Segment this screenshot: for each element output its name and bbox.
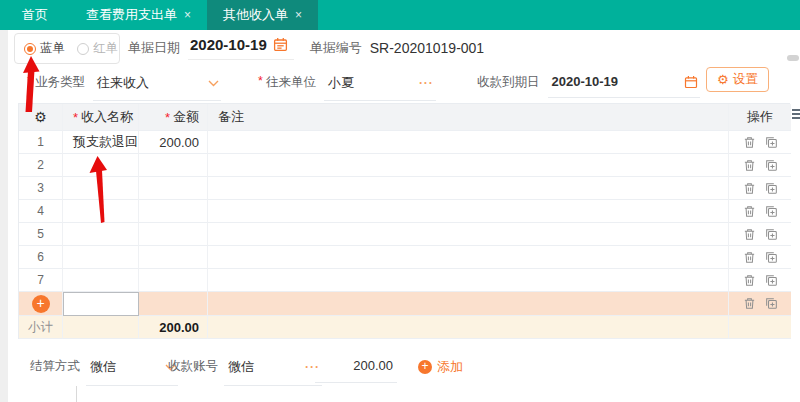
partner-picker[interactable]: 小夏 ···	[324, 74, 436, 101]
biz-type-select[interactable]: 往来收入	[93, 74, 221, 101]
delete-icon[interactable]	[743, 297, 756, 310]
required-mark: *	[165, 110, 170, 125]
scrollbar-thumb[interactable]	[787, 55, 799, 61]
settlement-amount-input[interactable]: 200.00	[315, 358, 397, 383]
radio-unselected-icon	[77, 43, 89, 55]
add-settlement-button[interactable]: + 添加	[418, 358, 463, 376]
subtotal-row: 小计 200.00	[19, 316, 789, 339]
remark-cell[interactable]	[208, 246, 729, 269]
row-number: 1	[19, 131, 63, 154]
divider	[76, 386, 77, 402]
tab-label: 查看费用支出单	[86, 6, 177, 24]
radio-selected-icon	[24, 43, 36, 55]
new-line-remark-cell[interactable]	[208, 292, 729, 316]
settlement-select[interactable]: 微信	[86, 358, 178, 386]
insert-row-icon[interactable]	[765, 182, 778, 195]
amount-cell[interactable]	[139, 200, 208, 223]
header-remark: 备注	[208, 104, 729, 131]
income-name-cell[interactable]	[63, 246, 139, 269]
partner-label: 往来单位	[266, 74, 316, 91]
income-name-cell[interactable]	[63, 223, 139, 246]
calendar-icon[interactable]	[273, 37, 288, 52]
doc-date-value[interactable]: 2020-10-19	[190, 36, 267, 53]
remark-cell[interactable]	[208, 131, 729, 154]
account-label: 收款账号	[168, 358, 218, 375]
subtotal-label: 小计	[19, 316, 63, 339]
add-line-cell: +	[19, 292, 63, 316]
account-picker[interactable]: 微信 ···	[224, 358, 322, 386]
biz-type-value: 往来收入	[97, 74, 149, 92]
tab-label: 首页	[22, 6, 48, 24]
radio-red-doc[interactable]: 红单	[77, 40, 118, 57]
income-name-cell[interactable]	[63, 269, 139, 292]
delete-icon[interactable]	[743, 159, 756, 172]
column-settings-gear-icon[interactable]: ⚙	[19, 104, 63, 131]
row-number: 7	[19, 269, 63, 292]
remark-cell[interactable]	[208, 200, 729, 223]
tab-bar: 首页 查看费用支出单 × 其他收入单 ×	[0, 0, 800, 30]
row-number: 6	[19, 246, 63, 269]
remark-cell[interactable]	[208, 177, 729, 200]
radio-blue-doc[interactable]: 蓝单	[24, 40, 65, 57]
more-ellipsis-icon[interactable]: ···	[419, 76, 434, 90]
table-row: 3	[19, 177, 789, 200]
add-line-row: +	[19, 292, 789, 316]
tab-other-income-doc[interactable]: 其他收入单 ×	[207, 0, 318, 30]
new-line-operations-cell	[729, 292, 791, 316]
due-date-label: 收款到期日	[477, 74, 540, 91]
amount-cell[interactable]: 200.00	[139, 131, 208, 154]
due-date-picker[interactable]: 2020-10-19	[548, 74, 700, 98]
settings-button[interactable]: ⚙ 设置	[706, 67, 769, 92]
row-operations	[729, 246, 791, 269]
insert-row-icon[interactable]	[765, 297, 778, 310]
income-name-cell[interactable]	[63, 154, 139, 177]
subtotal-amount: 200.00	[139, 316, 208, 339]
delete-icon[interactable]	[743, 182, 756, 195]
income-name-cell[interactable]	[63, 177, 139, 200]
insert-row-icon[interactable]	[765, 251, 778, 264]
close-icon[interactable]: ×	[184, 8, 191, 22]
row-operations	[729, 177, 791, 200]
insert-row-icon[interactable]	[765, 205, 778, 218]
tab-home[interactable]: 首页	[0, 0, 70, 30]
gear-icon: ⚙	[717, 73, 729, 86]
row-number: 3	[19, 177, 63, 200]
remark-cell[interactable]	[208, 223, 729, 246]
biz-type-field: * 业务类型 往来收入	[27, 74, 221, 101]
remark-cell[interactable]	[208, 269, 729, 292]
insert-row-icon[interactable]	[765, 136, 778, 149]
income-name-cell[interactable]	[63, 200, 139, 223]
delete-icon[interactable]	[743, 251, 756, 264]
doc-date-field[interactable]: 2020-10-19	[188, 36, 294, 60]
partner-value: 小夏	[328, 74, 354, 92]
subtotal-ops-cell	[729, 316, 791, 339]
insert-row-icon[interactable]	[765, 159, 778, 172]
amount-cell[interactable]	[139, 177, 208, 200]
calendar-icon	[684, 75, 698, 89]
delete-icon[interactable]	[743, 136, 756, 149]
amount-cell[interactable]	[139, 154, 208, 177]
insert-row-icon[interactable]	[765, 274, 778, 287]
insert-row-icon[interactable]	[765, 228, 778, 241]
close-icon[interactable]: ×	[295, 8, 302, 22]
amount-cell[interactable]	[139, 269, 208, 292]
delete-icon[interactable]	[743, 205, 756, 218]
delete-icon[interactable]	[743, 274, 756, 287]
new-line-name-input[interactable]	[63, 292, 139, 316]
income-name-cell[interactable]: 预支款退回	[63, 131, 139, 154]
row-operations	[729, 223, 791, 246]
delete-icon[interactable]	[743, 228, 756, 241]
required-mark: *	[258, 74, 263, 88]
table-column-menu-icon[interactable]	[792, 109, 800, 119]
row-number: 2	[19, 154, 63, 177]
account-value: 微信	[228, 358, 254, 376]
amount-cell[interactable]	[139, 223, 208, 246]
chevron-down-icon	[208, 80, 219, 87]
add-line-button[interactable]: +	[32, 295, 50, 313]
doc-header-row: 单据日期 2020-10-19 单据编号 SR-20201019-001	[128, 36, 484, 60]
row-number: 5	[19, 223, 63, 246]
tab-expense-doc[interactable]: 查看费用支出单 ×	[70, 0, 207, 30]
remark-cell[interactable]	[208, 154, 729, 177]
amount-cell[interactable]	[139, 246, 208, 269]
new-line-amount-cell[interactable]	[139, 292, 208, 316]
